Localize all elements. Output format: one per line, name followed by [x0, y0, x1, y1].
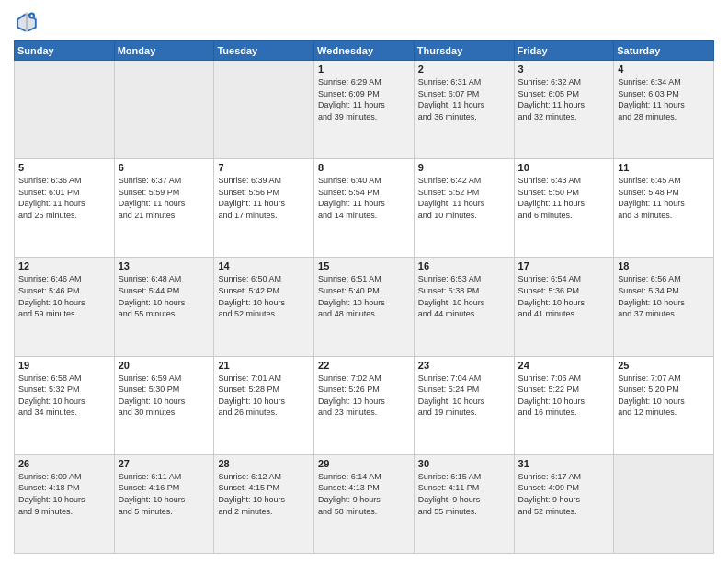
day-number: 14 [218, 260, 310, 271]
day-number: 1 [318, 63, 410, 75]
day-number: 13 [119, 260, 210, 271]
day-info: Sunrise: 6:29 AM Sunset: 6:09 PM Dayligh… [318, 76, 410, 122]
calendar-cell: 20Sunrise: 6:59 AM Sunset: 5:30 PM Dayli… [114, 356, 214, 454]
calendar-cell: 16Sunrise: 6:53 AM Sunset: 5:38 PM Dayli… [414, 258, 514, 356]
day-number: 17 [518, 260, 610, 271]
day-number: 19 [18, 360, 110, 371]
day-number: 10 [518, 162, 610, 173]
calendar-cell: 28Sunrise: 6:12 AM Sunset: 4:15 PM Dayli… [214, 454, 314, 553]
weekday-header-row: SundayMondayTuesdayWednesdayThursdayFrid… [15, 41, 714, 61]
day-info: Sunrise: 7:01 AM Sunset: 5:28 PM Dayligh… [218, 373, 310, 419]
calendar-week-row: 26Sunrise: 6:09 AM Sunset: 4:18 PM Dayli… [15, 454, 714, 553]
calendar-cell [214, 61, 314, 159]
day-info: Sunrise: 6:12 AM Sunset: 4:15 PM Dayligh… [218, 471, 310, 517]
calendar-cell: 18Sunrise: 6:56 AM Sunset: 5:34 PM Dayli… [614, 258, 714, 356]
calendar-cell: 10Sunrise: 6:43 AM Sunset: 5:50 PM Dayli… [514, 159, 614, 258]
calendar-week-row: 1Sunrise: 6:29 AM Sunset: 6:09 PM Daylig… [15, 61, 714, 159]
logo [14, 9, 43, 35]
calendar-cell [15, 61, 115, 159]
day-info: Sunrise: 6:39 AM Sunset: 5:56 PM Dayligh… [218, 175, 310, 221]
calendar-cell: 13Sunrise: 6:48 AM Sunset: 5:44 PM Dayli… [114, 258, 214, 356]
day-number: 16 [418, 260, 510, 271]
day-number: 30 [418, 458, 510, 469]
calendar-cell: 30Sunrise: 6:15 AM Sunset: 4:11 PM Dayli… [414, 454, 514, 553]
day-number: 29 [318, 458, 410, 469]
day-info: Sunrise: 6:42 AM Sunset: 5:52 PM Dayligh… [418, 175, 510, 221]
day-number: 15 [318, 260, 410, 271]
calendar-cell: 26Sunrise: 6:09 AM Sunset: 4:18 PM Dayli… [15, 454, 115, 553]
day-number: 22 [318, 360, 410, 371]
day-info: Sunrise: 6:59 AM Sunset: 5:30 PM Dayligh… [119, 373, 210, 419]
calendar-cell: 21Sunrise: 7:01 AM Sunset: 5:28 PM Dayli… [214, 356, 314, 454]
calendar-cell: 23Sunrise: 7:04 AM Sunset: 5:24 PM Dayli… [414, 356, 514, 454]
day-info: Sunrise: 7:02 AM Sunset: 5:26 PM Dayligh… [318, 373, 410, 419]
day-info: Sunrise: 6:15 AM Sunset: 4:11 PM Dayligh… [418, 471, 510, 517]
calendar-cell: 17Sunrise: 6:54 AM Sunset: 5:36 PM Dayli… [514, 258, 614, 356]
day-info: Sunrise: 6:53 AM Sunset: 5:38 PM Dayligh… [418, 273, 510, 319]
weekday-header-tuesday: Tuesday [214, 41, 314, 61]
weekday-header-friday: Friday [514, 41, 614, 61]
day-number: 7 [218, 162, 310, 173]
calendar-cell: 19Sunrise: 6:58 AM Sunset: 5:32 PM Dayli… [15, 356, 115, 454]
calendar-cell: 5Sunrise: 6:36 AM Sunset: 6:01 PM Daylig… [15, 159, 115, 258]
day-info: Sunrise: 6:43 AM Sunset: 5:50 PM Dayligh… [518, 175, 610, 221]
day-info: Sunrise: 6:32 AM Sunset: 6:05 PM Dayligh… [518, 76, 610, 122]
day-number: 11 [618, 162, 710, 173]
calendar-cell: 29Sunrise: 6:14 AM Sunset: 4:13 PM Dayli… [314, 454, 415, 553]
logo-icon [14, 9, 40, 35]
day-number: 31 [518, 458, 610, 469]
day-info: Sunrise: 7:06 AM Sunset: 5:22 PM Dayligh… [518, 373, 610, 419]
day-number: 4 [618, 63, 710, 75]
calendar-cell: 8Sunrise: 6:40 AM Sunset: 5:54 PM Daylig… [314, 159, 415, 258]
calendar-cell: 1Sunrise: 6:29 AM Sunset: 6:09 PM Daylig… [314, 61, 415, 159]
day-info: Sunrise: 6:40 AM Sunset: 5:54 PM Dayligh… [318, 175, 410, 221]
day-number: 9 [418, 162, 510, 173]
calendar-week-row: 12Sunrise: 6:46 AM Sunset: 5:46 PM Dayli… [15, 258, 714, 356]
day-info: Sunrise: 6:37 AM Sunset: 5:59 PM Dayligh… [119, 175, 210, 221]
calendar-cell [614, 454, 714, 553]
weekday-header-monday: Monday [114, 41, 214, 61]
calendar-cell: 22Sunrise: 7:02 AM Sunset: 5:26 PM Dayli… [314, 356, 415, 454]
day-info: Sunrise: 6:46 AM Sunset: 5:46 PM Dayligh… [18, 273, 110, 319]
weekday-header-saturday: Saturday [614, 41, 714, 61]
day-info: Sunrise: 6:17 AM Sunset: 4:09 PM Dayligh… [518, 471, 610, 517]
calendar-cell: 12Sunrise: 6:46 AM Sunset: 5:46 PM Dayli… [15, 258, 115, 356]
calendar-cell [114, 61, 214, 159]
weekday-header-sunday: Sunday [15, 41, 115, 61]
day-info: Sunrise: 6:48 AM Sunset: 5:44 PM Dayligh… [119, 273, 210, 319]
day-info: Sunrise: 6:45 AM Sunset: 5:48 PM Dayligh… [618, 175, 710, 221]
day-info: Sunrise: 6:11 AM Sunset: 4:16 PM Dayligh… [119, 471, 210, 517]
day-info: Sunrise: 6:36 AM Sunset: 6:01 PM Dayligh… [18, 175, 110, 221]
day-info: Sunrise: 6:34 AM Sunset: 6:03 PM Dayligh… [618, 76, 710, 122]
calendar-cell: 3Sunrise: 6:32 AM Sunset: 6:05 PM Daylig… [514, 61, 614, 159]
calendar-cell: 14Sunrise: 6:50 AM Sunset: 5:42 PM Dayli… [214, 258, 314, 356]
calendar-cell: 2Sunrise: 6:31 AM Sunset: 6:07 PM Daylig… [414, 61, 514, 159]
calendar-page: SundayMondayTuesdayWednesdayThursdayFrid… [0, 0, 728, 563]
day-number: 2 [418, 63, 510, 75]
day-info: Sunrise: 7:04 AM Sunset: 5:24 PM Dayligh… [418, 373, 510, 419]
day-info: Sunrise: 6:31 AM Sunset: 6:07 PM Dayligh… [418, 76, 510, 122]
day-info: Sunrise: 6:58 AM Sunset: 5:32 PM Dayligh… [18, 373, 110, 419]
calendar-cell: 25Sunrise: 7:07 AM Sunset: 5:20 PM Dayli… [614, 356, 714, 454]
day-number: 23 [418, 360, 510, 371]
calendar-cell: 7Sunrise: 6:39 AM Sunset: 5:56 PM Daylig… [214, 159, 314, 258]
day-number: 26 [18, 458, 110, 469]
day-info: Sunrise: 6:50 AM Sunset: 5:42 PM Dayligh… [218, 273, 310, 319]
day-info: Sunrise: 6:14 AM Sunset: 4:13 PM Dayligh… [318, 471, 410, 517]
day-number: 12 [18, 260, 110, 271]
day-number: 28 [218, 458, 310, 469]
weekday-header-wednesday: Wednesday [314, 41, 415, 61]
day-number: 25 [618, 360, 710, 371]
day-number: 6 [119, 162, 210, 173]
day-number: 3 [518, 63, 610, 75]
calendar-cell: 31Sunrise: 6:17 AM Sunset: 4:09 PM Dayli… [514, 454, 614, 553]
day-number: 8 [318, 162, 410, 173]
calendar-cell: 15Sunrise: 6:51 AM Sunset: 5:40 PM Dayli… [314, 258, 415, 356]
day-info: Sunrise: 6:56 AM Sunset: 5:34 PM Dayligh… [618, 273, 710, 319]
day-number: 21 [218, 360, 310, 371]
weekday-header-thursday: Thursday [414, 41, 514, 61]
calendar-cell: 4Sunrise: 6:34 AM Sunset: 6:03 PM Daylig… [614, 61, 714, 159]
day-number: 24 [518, 360, 610, 371]
header [14, 9, 714, 35]
calendar-cell: 11Sunrise: 6:45 AM Sunset: 5:48 PM Dayli… [614, 159, 714, 258]
